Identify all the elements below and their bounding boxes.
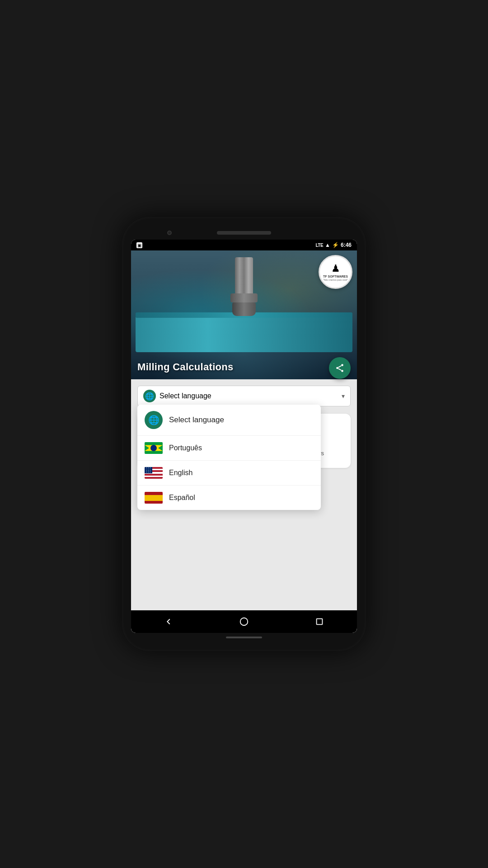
recents-icon xyxy=(314,617,324,627)
svg-rect-6 xyxy=(316,619,322,625)
back-button[interactable] xyxy=(157,610,180,633)
language-selector-label: Select language xyxy=(160,392,211,400)
portuguese-label: Português xyxy=(169,444,202,452)
nav-bar xyxy=(131,610,357,633)
home-button[interactable] xyxy=(233,610,255,633)
back-icon xyxy=(164,617,174,627)
home-indicator xyxy=(226,637,262,638)
share-icon xyxy=(335,363,345,373)
recents-button[interactable] xyxy=(308,610,331,633)
hero-section: ♟ TF SOFTWARES "Nós criamos para você" M… xyxy=(131,250,357,379)
sd-card-icon: ▣ xyxy=(136,242,142,248)
language-row: 🌐 Select language ▾ xyxy=(137,386,351,406)
spindle-visual xyxy=(235,257,253,311)
svg-line-3 xyxy=(338,366,342,368)
phone-frame: ▣ LTE ▲ ⚡ 6:46 ♟ TF SOFTWARES "Nós criam… xyxy=(122,217,366,651)
svg-point-1 xyxy=(336,367,338,369)
battery-icon: ⚡ xyxy=(332,242,339,248)
brazil-flag-icon xyxy=(145,442,163,454)
language-option-english[interactable]: ★★★ ★★★ ★★★ English xyxy=(137,461,321,486)
svg-point-2 xyxy=(341,370,343,372)
globe-icon: 🌐 xyxy=(143,390,156,402)
speaker-grill xyxy=(217,231,271,235)
english-label: English xyxy=(169,469,192,477)
svg-line-4 xyxy=(338,368,342,370)
status-bar: ▣ LTE ▲ ⚡ 6:46 xyxy=(131,240,357,250)
svg-point-5 xyxy=(240,618,248,626)
app-title: Milling Calculations xyxy=(137,361,234,373)
logo-tagline: "Nós criamos para você" xyxy=(323,278,348,281)
us-flag-icon: ★★★ ★★★ ★★★ xyxy=(145,467,163,479)
main-content: 🌐 Select language ▾ 🌐 Select language xyxy=(131,379,357,610)
phone-screen: ▣ LTE ▲ ⚡ 6:46 ♟ TF SOFTWARES "Nós criam… xyxy=(131,240,357,633)
svg-point-0 xyxy=(341,364,343,366)
phone-top-area xyxy=(131,226,357,240)
language-dropdown[interactable]: 🌐 Select language Português xyxy=(137,405,321,510)
signal-icon: ▲ xyxy=(325,242,330,248)
chevron-down-icon: ▾ xyxy=(342,392,345,400)
lte-indicator: LTE xyxy=(315,243,323,248)
company-logo: ♟ TF SOFTWARES "Nós criamos para você" xyxy=(319,255,352,289)
phone-bottom xyxy=(131,633,357,642)
spain-flag-icon xyxy=(145,492,163,504)
language-option-select[interactable]: 🌐 Select language xyxy=(137,405,321,436)
language-option-portuguese[interactable]: Português xyxy=(137,436,321,461)
logo-name: TF SOFTWARES xyxy=(323,275,348,278)
language-selector-button[interactable]: 🌐 Select language ▾ xyxy=(137,386,351,406)
home-icon xyxy=(239,617,249,627)
language-option-spanish[interactable]: Español xyxy=(137,486,321,510)
logo-icon: ♟ xyxy=(331,263,340,274)
front-camera xyxy=(167,231,172,235)
status-left: ▣ xyxy=(136,242,142,248)
globe-flag-icon: 🌐 xyxy=(145,411,163,429)
time-display: 6:46 xyxy=(341,242,352,248)
share-button[interactable] xyxy=(329,357,351,379)
spanish-label: Español xyxy=(169,494,195,502)
status-right: LTE ▲ ⚡ 6:46 xyxy=(315,242,352,248)
select-language-label: Select language xyxy=(169,415,224,425)
machine-visual xyxy=(136,316,352,352)
